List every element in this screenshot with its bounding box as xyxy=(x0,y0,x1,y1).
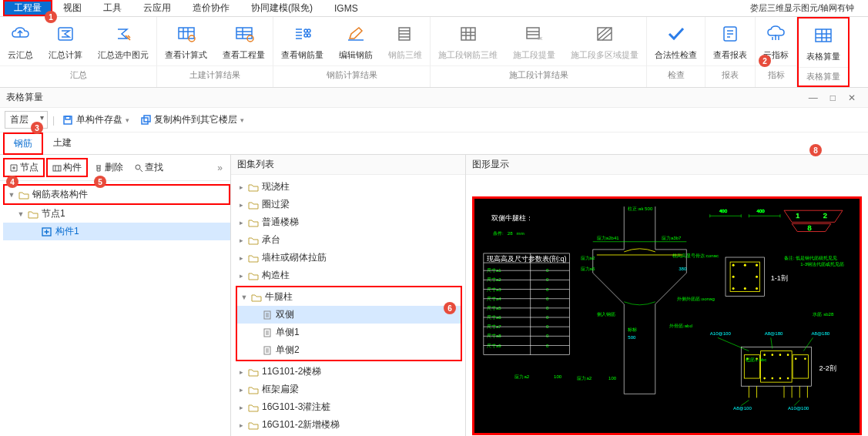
svg-point-87 xyxy=(732,287,735,290)
atlas-item[interactable]: ▸16G101-2新增楼梯 xyxy=(234,416,465,434)
menu-cloud-app[interactable]: 云应用 xyxy=(132,0,182,16)
svg-point-103 xyxy=(763,377,766,380)
menu-tools[interactable]: 工具 xyxy=(92,0,132,16)
menu-igms[interactable]: IGMS xyxy=(323,2,369,15)
svg-point-101 xyxy=(779,354,782,356)
atlas-item[interactable]: ▸框架扁梁 xyxy=(234,381,465,398)
group-label: 土建计算结果 xyxy=(157,65,273,84)
node-label: 钢筋表格构件 xyxy=(32,188,88,201)
atlas-item[interactable]: ▸墙柱或砌体拉筋 xyxy=(234,249,465,267)
group-label: 施工段计算结果 xyxy=(431,65,646,84)
tab-civil[interactable]: 土建 xyxy=(43,132,82,154)
btn-copy-to-floor[interactable]: 复制构件到其它楼层 ▾ xyxy=(137,112,247,128)
close-icon[interactable]: ✕ xyxy=(842,92,862,103)
btn-label: 查看报表 xyxy=(713,49,747,61)
btn-cons-multi[interactable]: 施工段多区域提量 xyxy=(563,20,646,64)
expander-icon[interactable]: ▼ xyxy=(17,210,25,218)
group-label: 汇总 xyxy=(0,65,156,84)
btn-view-report[interactable]: 查看报表 xyxy=(705,20,755,64)
svg-rect-20 xyxy=(53,166,61,171)
menu-collab-model[interactable]: 协同建模(限免) xyxy=(240,0,323,16)
btn-view-formula[interactable]: 查看计算式 xyxy=(157,20,215,64)
atlas-item[interactable]: ▸构造柱 xyxy=(234,267,465,284)
section-1-1: 1-1剖 备注: 低是钢代筋级托见见 1-3钢法代筋或托见筋 xyxy=(726,255,844,297)
btn-view-quantity[interactable]: 查看工程量 xyxy=(215,20,273,64)
btn-cons-extract[interactable]: fx 施工段提量 xyxy=(505,20,563,64)
panel-title: 图集列表 xyxy=(237,158,274,171)
panel-title: 图形显示 xyxy=(472,158,509,171)
atlas-sub-single2[interactable]: 单侧2 xyxy=(237,341,461,359)
svg-text:A10@100: A10@100 xyxy=(788,405,809,411)
tree-node-1[interactable]: ▼ 节点1 xyxy=(3,205,230,223)
tab-rebar[interactable]: 钢筋 xyxy=(3,132,43,155)
sigma-icon xyxy=(55,23,76,45)
btn-delete[interactable]: 删除 xyxy=(89,159,128,176)
btn-add-component[interactable]: 构件 xyxy=(46,158,88,177)
atlas-sub-double[interactable]: 双侧 xyxy=(237,306,461,324)
node-label: 构造柱 xyxy=(262,269,290,282)
atlas-item[interactable]: ▸11G101-2楼梯 xyxy=(234,363,465,381)
btn-rebar-3d[interactable]: 钢筋三维 xyxy=(380,20,430,64)
maximize-icon[interactable]: □ xyxy=(824,92,842,103)
node-label: 单侧1 xyxy=(276,326,300,339)
btn-cloud-index[interactable]: 云指标 2 xyxy=(756,20,796,64)
svg-point-106 xyxy=(787,377,789,380)
svg-text:侧入钢筋: 侧入钢筋 xyxy=(597,311,615,317)
component-tree: ▼ 钢筋表格构件 ▼ 节点1 构件1 xyxy=(0,181,230,243)
svg-text:尺寸a5: 尺寸a5 xyxy=(487,305,501,310)
atlas-item[interactable]: ▸承台 xyxy=(234,231,465,249)
grid-icon xyxy=(457,23,479,45)
svg-text:0: 0 xyxy=(546,333,549,338)
tree-root[interactable]: ▼ 钢筋表格构件 xyxy=(3,184,230,205)
atlas-item[interactable]: ▸普通楼梯 xyxy=(234,213,465,231)
table-icon xyxy=(813,25,834,46)
btn-cloud-summary[interactable]: 云汇总 xyxy=(0,20,41,64)
menu-cost-collab[interactable]: 造价协作 xyxy=(182,0,240,16)
btn-summary-selected[interactable]: 汇总选中图元 xyxy=(90,20,156,64)
tree-leaf-1[interactable]: 构件1 xyxy=(3,223,230,240)
atlas-sub-single1[interactable]: 单侧1 xyxy=(237,324,461,341)
btn-label: 删除 xyxy=(105,161,123,174)
btn-label: 构件 xyxy=(63,161,82,174)
expander-icon[interactable]: ▼ xyxy=(8,191,15,199)
btn-summary-calc[interactable]: 汇总计算 xyxy=(41,20,90,64)
btn-search[interactable]: 查找 xyxy=(129,159,168,176)
more-icon[interactable]: » xyxy=(213,163,227,173)
btn-table-qty[interactable]: 表格算量 xyxy=(799,22,848,65)
atlas-panel: 图集列表 ▸现浇柱 ▸圈过梁 ▸普通楼梯 ▸承台 ▸墙柱或砌体拉筋 ▸构造柱 ▼… xyxy=(231,155,466,436)
svg-point-102 xyxy=(787,354,789,356)
secondary-toolbar: 首层 | 单构件存盘 ▾ 复制构件到其它楼层 ▾ xyxy=(0,108,868,132)
btn-label: 节点 xyxy=(20,161,39,174)
main-area: 节点 构件 删除 查找 » 4 5 ▼ 钢筋表格构件 xyxy=(0,155,868,436)
atlas-item[interactable]: ▸现浇柱 xyxy=(234,178,465,196)
atlas-item-corbel[interactable]: ▼牛腿柱 xyxy=(237,288,461,306)
btn-label: 查看计算式 xyxy=(165,49,207,61)
badge-8: 8 xyxy=(809,144,822,156)
sigma-select-icon xyxy=(112,23,134,45)
node-label: 16G101-3灌注桩 xyxy=(262,401,330,414)
btn-single-save[interactable]: 单构件存盘 ▾ xyxy=(59,112,132,128)
svg-text:0: 0 xyxy=(546,305,549,310)
ribbon-group-table: 表格算量 表格算量 xyxy=(797,17,850,87)
badge-5: 5 xyxy=(94,176,106,188)
menu-view[interactable]: 视图 xyxy=(52,0,92,16)
atlas-header: 图集列表 xyxy=(231,155,465,175)
btn-validity-check[interactable]: 合法性检查 xyxy=(647,20,705,64)
svg-text:0: 0 xyxy=(546,324,549,329)
cad-canvas[interactable]: 双侧牛腿柱： 条件: 28 mm 现高高及尺寸参数表(剖:q) 尺寸a10 尺寸… xyxy=(472,196,862,435)
svg-rect-18 xyxy=(142,118,148,124)
btn-edit-rebar[interactable]: 编辑钢筋 xyxy=(331,20,380,64)
minimize-icon[interactable]: — xyxy=(803,92,824,103)
btn-add-node[interactable]: 节点 xyxy=(3,158,45,177)
group-label: 钢筋计算结果 xyxy=(273,65,430,84)
svg-point-88 xyxy=(744,287,746,290)
svg-marker-77 xyxy=(784,210,843,222)
ribbon: 云汇总 汇总计算 汇总选中图元 汇总 查看计算式 查看工程量 土建计算结果 xyxy=(0,17,868,88)
badge-3: 3 xyxy=(31,122,43,134)
atlas-item[interactable]: ▸16G101-3灌注桩 xyxy=(234,398,465,416)
btn-cons-rebar-3d[interactable]: 施工段钢筋三维 xyxy=(431,20,505,64)
check-icon xyxy=(665,23,687,45)
btn-view-rebar-qty[interactable]: 查看钢筋量 xyxy=(273,20,331,64)
group-label: 指标 xyxy=(756,65,796,84)
atlas-item[interactable]: ▸圈过梁 xyxy=(234,196,465,213)
